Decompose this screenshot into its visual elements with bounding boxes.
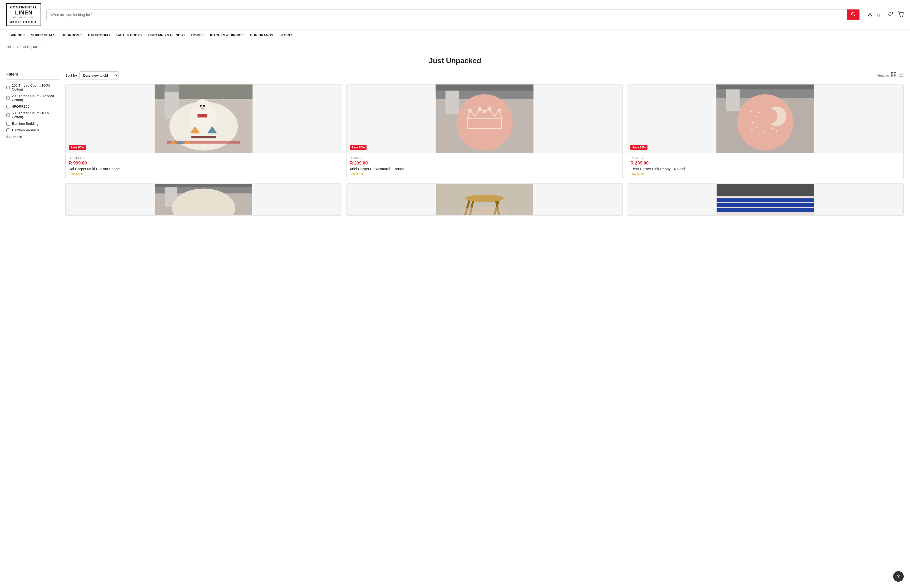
- logo-top: CONTINENTAL: [10, 5, 37, 9]
- breadcrumb-current: Just Unpacked: [20, 45, 42, 49]
- search-button[interactable]: [847, 10, 860, 20]
- svg-point-55: [777, 124, 778, 126]
- svg-rect-27: [191, 136, 216, 138]
- nav-item-super-deals[interactable]: SUPER DEALS: [28, 29, 58, 41]
- svg-rect-15: [165, 84, 179, 92]
- svg-rect-77: [717, 203, 814, 207]
- svg-point-57: [763, 131, 765, 133]
- svg-point-38: [469, 109, 471, 111]
- product-image-echo: Save 50%: [627, 84, 904, 153]
- product-image-kai: Save 50%: [66, 84, 342, 153]
- filters-title: Filters: [6, 72, 18, 76]
- chevron-down-icon: ▾: [242, 34, 244, 37]
- svg-point-59: [769, 135, 769, 136]
- svg-point-47: [737, 94, 794, 150]
- save-badge-kai: Save 50%: [69, 145, 86, 150]
- svg-rect-78: [717, 208, 814, 212]
- product-card-bottom3[interactable]: [627, 183, 904, 216]
- nav-item-curtains-blinds[interactable]: CURTAINS & BLINDS ▾: [145, 29, 188, 41]
- nav-item-our-brands[interactable]: OUR BRANDS: [247, 29, 276, 41]
- chevron-down-icon: ▾: [109, 34, 110, 37]
- svg-point-49: [755, 116, 756, 117]
- logo-whitehouse: WHITEHOUSE: [10, 19, 38, 24]
- nav-item-spring[interactable]: SPRING ▾: [6, 29, 28, 41]
- nav-item-home[interactable]: HOME ▾: [188, 29, 207, 41]
- svg-point-53: [751, 129, 753, 131]
- svg-point-21: [200, 105, 201, 107]
- grid-view-button[interactable]: [891, 72, 896, 79]
- cart-icon[interactable]: [898, 11, 904, 18]
- chevron-down-icon: ▾: [184, 34, 185, 37]
- filter-checkbox-bamboo-products[interactable]: [6, 128, 10, 132]
- stock-badge-echo: Low stock: [630, 172, 900, 176]
- nav-item-bath-body[interactable]: BATH & BODY ▾: [113, 29, 145, 41]
- svg-point-41: [488, 107, 491, 110]
- svg-point-3: [900, 16, 901, 16]
- save-badge-ariel: Save 50%: [350, 145, 367, 150]
- filter-label-bamboo-bedding: Bamboo Bedding: [12, 121, 39, 126]
- products-toolbar: Sort by Date, new to old Date, old to ne…: [65, 71, 904, 79]
- filter-label-500-thread: 500 Thread Count (100% Cotton): [12, 111, 59, 119]
- breadcrumb-home[interactable]: Home: [6, 45, 16, 49]
- nav-item-bathroom[interactable]: BATHROOM ▾: [85, 29, 113, 41]
- svg-point-54: [772, 128, 774, 129]
- product-name-echo: Echo Carpet Pink Peony - Round: [630, 167, 900, 171]
- filter-bamboo-products: Bamboo Products: [6, 128, 59, 132]
- sale-price-kai: R 999.00: [69, 161, 339, 166]
- filter-checkbox-200-blended[interactable]: [6, 96, 10, 100]
- svg-rect-45: [726, 87, 740, 111]
- login-label: Login: [874, 13, 883, 17]
- svg-point-42: [498, 109, 500, 111]
- logo-sub: BED BATH HOME: [13, 16, 34, 18]
- product-image-ariel: Save 50%: [346, 84, 623, 153]
- svg-rect-7: [891, 75, 893, 77]
- svg-point-71: [465, 195, 504, 202]
- product-image-bottom2: [346, 184, 623, 215]
- svg-rect-74: [717, 184, 814, 196]
- filter-200-thread-100: 200 Thread Count (100% Cotton): [6, 84, 59, 91]
- filter-checkbox-500-thread[interactable]: [6, 113, 10, 117]
- sale-price-echo: R 299.00: [630, 161, 900, 166]
- page-title: Just Unpacked: [0, 57, 910, 65]
- login-button[interactable]: Login: [868, 12, 883, 17]
- stock-badge-kai: Low stock: [69, 172, 339, 176]
- svg-rect-8: [894, 75, 896, 77]
- product-card-bottom1[interactable]: [65, 183, 342, 216]
- nav-item-stores[interactable]: STORES: [276, 29, 296, 41]
- products-area: Sort by Date, new to old Date, old to ne…: [65, 71, 904, 216]
- svg-point-48: [750, 110, 752, 112]
- filter-checkbox-4forr300[interactable]: [6, 105, 10, 108]
- filters-toggle[interactable]: −: [56, 71, 59, 77]
- product-card-kai[interactable]: Save 50% R 1,999.00 R 999.00 Kai Carpet …: [65, 84, 342, 179]
- logo[interactable]: CONTINENTAL LINEN BED BATH HOME WHITEHOU…: [6, 3, 41, 26]
- see-more-button[interactable]: See more: [6, 135, 59, 139]
- sort-area: Sort by Date, new to old Date, old to ne…: [65, 71, 119, 79]
- product-grid: Save 50% R 1,999.00 R 999.00 Kai Carpet …: [65, 84, 904, 216]
- svg-rect-20: [206, 100, 209, 105]
- user-icon: [868, 12, 872, 17]
- filter-label-bamboo-products: Bamboo Products: [12, 128, 39, 132]
- main-content: Filters − 200 Thread Count (100% Cotton)…: [0, 71, 910, 226]
- svg-point-36: [456, 94, 513, 150]
- sort-select[interactable]: Date, new to old Date, old to new Price,…: [79, 71, 119, 79]
- filter-checkbox-bamboo-bedding[interactable]: [6, 122, 10, 126]
- product-card-ariel[interactable]: Save 50% R 599.00 R 299.00 Ariel Carpet …: [346, 84, 623, 179]
- svg-rect-46: [716, 84, 814, 89]
- product-card-echo[interactable]: Save 50% R 599.00 R 299.00 Echo Carpet P…: [627, 84, 904, 179]
- filter-label-200-100: 200 Thread Count (100% Cotton): [12, 84, 59, 91]
- svg-point-58: [759, 133, 760, 134]
- list-view-button[interactable]: [899, 72, 904, 79]
- filter-label-200-blended: 200 Thread Count (Blended Cotton): [12, 94, 59, 102]
- product-card-bottom2[interactable]: [346, 183, 623, 216]
- chevron-down-icon: ▾: [23, 34, 25, 37]
- original-price-ariel: R 599.00: [350, 156, 619, 160]
- search-input[interactable]: [47, 10, 847, 19]
- svg-rect-5: [891, 73, 893, 74]
- nav-item-bedroom[interactable]: BEDROOM ▾: [58, 29, 85, 41]
- wishlist-icon[interactable]: [887, 11, 893, 18]
- product-info-kai: R 1,999.00 R 999.00 Kai Carpet Multi Cut…: [66, 153, 342, 179]
- filter-checkbox-200-100[interactable]: [6, 86, 10, 89]
- nav-item-kitchen-dining[interactable]: KITCHEN & DINING ▾: [207, 29, 247, 41]
- header-actions: Login: [868, 11, 904, 18]
- svg-rect-35: [435, 84, 533, 90]
